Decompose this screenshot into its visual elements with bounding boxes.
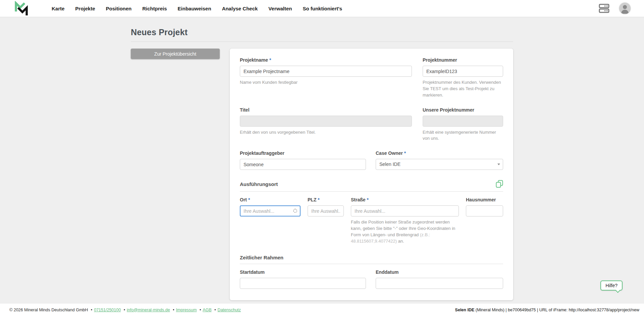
section-title-ausfuehrungsort: Ausführungsort xyxy=(240,181,278,187)
mineral-minds-logo-icon[interactable] xyxy=(13,1,30,16)
help-label: Hilfe? xyxy=(605,283,618,288)
titel-label: Titel xyxy=(240,107,412,113)
plz-label: PLZ * xyxy=(308,197,344,202)
page-title: Neues Projekt xyxy=(131,27,513,37)
copyright-text: © 2026 Mineral Minds Deutschland GmbH xyxy=(9,308,88,312)
projektnummer-helper: Projektnummer des Kunden. Verwenden Sie … xyxy=(423,79,503,99)
strasse-input[interactable] xyxy=(351,205,459,216)
footer-datenschutz-link[interactable]: Datenschutz xyxy=(218,308,241,312)
nav-item-analyse-check[interactable]: Analyse Check xyxy=(217,6,263,11)
ort-input[interactable] xyxy=(240,205,301,216)
ort-label: Ort * xyxy=(240,197,301,202)
plz-input[interactable] xyxy=(308,205,344,216)
case-owner-value: Selen IDE xyxy=(376,159,503,170)
enddatum-label: Enddatum xyxy=(376,269,503,275)
field-ort: Ort * xyxy=(240,197,301,244)
section-title-zeitlicher-rahmen: Zeitlicher Rahmen xyxy=(240,255,283,260)
strasse-helper: Falls die Position keiner Straße zugeord… xyxy=(351,219,459,244)
nav-item-verwalten[interactable]: Verwalten xyxy=(263,6,297,11)
field-hausnummer: Hausnummer xyxy=(466,197,503,244)
projektauftraggeber-label: Projektauftraggeber xyxy=(240,150,366,156)
required-asterisk: * xyxy=(367,197,368,202)
nav-item-so-funktionierts[interactable]: So funktioniert's xyxy=(297,6,347,11)
required-asterisk: * xyxy=(248,197,250,202)
projektnummer-label: Projektnummer xyxy=(423,57,503,63)
unsere-projektnummer-input xyxy=(423,116,503,127)
field-case-owner: Case Owner * Selen IDE xyxy=(376,150,503,170)
nav-item-einbauweisen[interactable]: Einbauweisen xyxy=(172,6,217,11)
field-strasse: Straße * Falls die Position keiner Straß… xyxy=(351,197,459,244)
nav-item-karte[interactable]: Karte xyxy=(46,6,70,11)
footer-email-link[interactable]: info@mineral-minds.de xyxy=(127,308,170,312)
unsere-projektnummer-helper: Erhält eine systemgenerierte Nummer von … xyxy=(423,129,503,142)
title-divider xyxy=(131,42,513,42)
help-button[interactable]: Hilfe? xyxy=(600,280,623,291)
left-column: Zur Projektübersicht xyxy=(131,49,220,59)
projektname-helper: Name vom Kunden festlegbar xyxy=(240,79,412,86)
enddatum-input[interactable] xyxy=(376,278,503,289)
field-startdatum: Startdatum xyxy=(240,269,366,289)
projektname-label: Projektname * xyxy=(240,57,412,63)
project-form-card: Projektname * Name vom Kunden festlegbar… xyxy=(230,49,513,300)
server-icon[interactable] xyxy=(598,3,610,13)
hausnummer-label: Hausnummer xyxy=(466,197,503,202)
titel-helper: Erhält den von uns vorgegebenen Titel. xyxy=(240,129,412,136)
field-plz: PLZ * xyxy=(308,197,344,244)
avatar-person-icon xyxy=(623,5,627,9)
unsere-projektnummer-label: Unsere Projektnummer xyxy=(423,107,503,113)
section-divider xyxy=(240,264,503,264)
bubble-tail xyxy=(615,288,620,293)
strasse-label: Straße * xyxy=(351,197,459,202)
titel-input xyxy=(240,116,412,127)
footer-session-info: Selen IDE (Mineral Minds) | be700649bd75… xyxy=(455,308,639,312)
zur-projektuebersicht-button[interactable]: Zur Projektübersicht xyxy=(131,49,220,59)
page-content: Neues Projekt Zur Projektübersicht Proje… xyxy=(131,17,513,315)
case-owner-select[interactable]: Selen IDE xyxy=(376,159,503,170)
top-navbar: Karte Projekte Positionen Richtpreis Ein… xyxy=(0,0,644,17)
startdatum-input[interactable] xyxy=(240,278,366,289)
field-enddatum: Enddatum xyxy=(376,269,503,289)
projektname-input[interactable] xyxy=(240,66,412,77)
footer-left: © 2026 Mineral Minds Deutschland GmbH •0… xyxy=(9,308,241,312)
chevron-down-icon xyxy=(497,164,500,165)
main-nav: Karte Projekte Positionen Richtpreis Ein… xyxy=(46,6,598,11)
nav-item-positionen[interactable]: Positionen xyxy=(101,6,137,11)
projektnummer-input[interactable] xyxy=(423,66,503,77)
footer: © 2026 Mineral Minds Deutschland GmbH •0… xyxy=(0,304,644,316)
footer-impressum-link[interactable]: Impressum xyxy=(176,308,197,312)
field-unsere-projektnummer: Unsere Projektnummer Erhält eine systemg… xyxy=(423,107,503,142)
footer-phone-link[interactable]: 07151/250100 xyxy=(94,308,121,312)
field-projektnummer: Projektnummer Projektnummer des Kunden. … xyxy=(423,57,503,99)
field-titel: Titel Erhält den von uns vorgegebenen Ti… xyxy=(240,107,412,142)
field-projektname: Projektname * Name vom Kunden festlegbar xyxy=(240,57,412,99)
field-projektauftraggeber: Projektauftraggeber xyxy=(240,150,366,170)
projektauftraggeber-input[interactable] xyxy=(240,159,366,170)
startdatum-label: Startdatum xyxy=(240,269,366,275)
section-divider xyxy=(240,191,503,192)
nav-item-projekte[interactable]: Projekte xyxy=(70,6,100,11)
required-asterisk: * xyxy=(404,150,406,156)
required-asterisk: * xyxy=(269,57,271,63)
navbar-right xyxy=(598,3,631,14)
required-asterisk: * xyxy=(318,197,319,202)
hausnummer-input[interactable] xyxy=(466,205,503,216)
user-avatar[interactable] xyxy=(619,3,631,14)
nav-item-richtpreis[interactable]: Richtpreis xyxy=(137,6,172,11)
footer-agb-link[interactable]: AGB xyxy=(203,308,211,312)
copy-icon[interactable] xyxy=(496,180,503,188)
case-owner-label: Case Owner * xyxy=(376,150,503,156)
